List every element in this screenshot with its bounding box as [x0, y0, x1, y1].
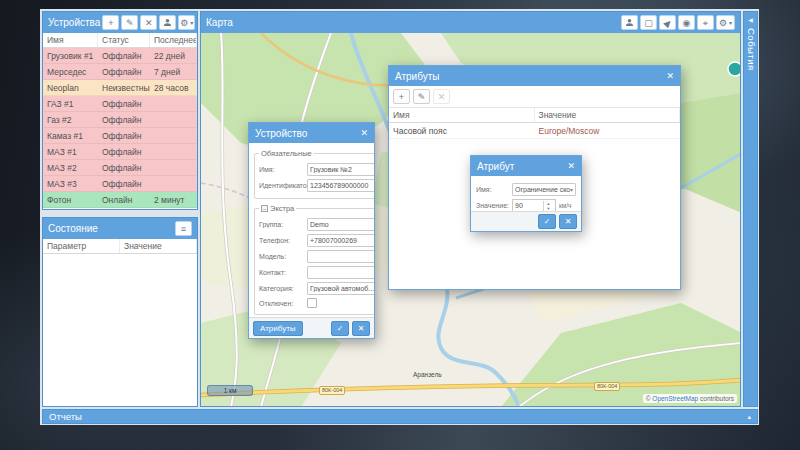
spinner-buttons[interactable]: ▴ ▾: [543, 201, 553, 211]
column-name[interactable]: Имя: [43, 33, 98, 47]
name-field[interactable]: [307, 163, 374, 176]
device-status: Неизвестный: [98, 83, 150, 93]
edit-device-button[interactable]: ✎: [121, 15, 138, 30]
close-icon[interactable]: ✕: [360, 128, 368, 138]
column-last-update[interactable]: Последнее обн...: [150, 33, 197, 47]
cancel-button[interactable]: ✕: [352, 321, 370, 336]
menu-icon: ≡: [181, 223, 186, 235]
map-follow-button[interactable]: ▶: [659, 15, 676, 30]
column-name[interactable]: Имя: [389, 108, 535, 122]
cluster-marker[interactable]: [728, 62, 740, 76]
add-device-button[interactable]: +: [102, 15, 119, 30]
attributes-button[interactable]: Атрибуты: [253, 321, 303, 336]
device-name: Газ #2: [43, 115, 98, 125]
field-row: Группа: Demo ▾ ✕: [259, 218, 374, 231]
attribute-dialog-body: Имя: Ограничение скор... ▾ Значение: ▴ ▾…: [471, 176, 581, 211]
device-name: Мерседес: [43, 67, 98, 77]
add-attribute-button[interactable]: +: [393, 89, 410, 104]
device-name: Фотон: [43, 195, 98, 205]
geofences-button[interactable]: [159, 15, 176, 30]
map-settings-button[interactable]: ⚙ ▾: [716, 15, 735, 30]
table-row[interactable]: Газ #2 Оффлайн: [43, 112, 197, 128]
close-icon[interactable]: ✕: [666, 71, 674, 81]
device-name: Грузовик #1: [43, 51, 98, 61]
close-icon: ✕: [438, 91, 446, 103]
devices-panel-header: Устройства + ✎ ✕ ⚙ ▾: [43, 12, 197, 33]
save-button[interactable]: ✓: [538, 214, 556, 229]
edit-attribute-button[interactable]: ✎: [413, 89, 430, 104]
device-settings-button[interactable]: ⚙ ▾: [178, 15, 195, 30]
pencil-icon: ✎: [418, 91, 426, 103]
state-panel-header: Состояние ≡: [43, 218, 197, 239]
pencil-icon: ✎: [126, 17, 134, 29]
road-ref-badge: 80К-004: [319, 386, 345, 395]
state-panel-title: Состояние: [48, 223, 98, 234]
table-row[interactable]: МАЗ #1 Оффлайн: [43, 144, 197, 160]
device-status: Оффлайн: [98, 115, 150, 125]
contact-field[interactable]: [307, 266, 374, 279]
state-menu-button[interactable]: ≡: [175, 221, 192, 236]
table-row[interactable]: Мерседес Оффлайн 7 дней: [43, 64, 197, 80]
map-attribution: © OpenStreetMap contributors: [643, 394, 737, 403]
attr-value-input[interactable]: [513, 200, 543, 211]
table-row[interactable]: МАЗ #2 Оффлайн: [43, 160, 197, 176]
attributes-toolbar: + ✎ ✕: [389, 86, 680, 108]
category-combobox[interactable]: Грузовой автомоб... ▾: [307, 282, 374, 295]
column-status[interactable]: Статус: [98, 33, 150, 47]
group-combobox[interactable]: Demo ▾: [307, 218, 374, 231]
collapse-icon[interactable]: –: [261, 205, 268, 212]
device-dialog-header[interactable]: Устройство ✕: [249, 123, 374, 143]
required-legend: Обязательные: [261, 149, 312, 158]
remove-attribute-button[interactable]: ✕: [433, 89, 450, 104]
save-button[interactable]: ✓: [331, 321, 349, 336]
attr-name-label: Имя:: [476, 186, 512, 193]
device-last-update: 2 минут: [150, 195, 197, 205]
disabled-checkbox[interactable]: [307, 298, 317, 308]
cancel-button[interactable]: ✕: [559, 214, 577, 229]
attribute-name: Часовой пояс: [389, 126, 535, 136]
device-name: Камаз #1: [43, 131, 98, 141]
device-name: МАЗ #2: [43, 163, 98, 173]
map-locate-button[interactable]: ⌖: [697, 15, 714, 30]
table-row[interactable]: Фотон Онлайн 2 минут: [43, 192, 197, 208]
minus-glyph: –: [263, 206, 266, 212]
attr-value-stepper[interactable]: ▴ ▾: [512, 199, 556, 211]
column-value[interactable]: Значение: [120, 239, 197, 253]
table-row[interactable]: МАЗ #3 Оффлайн: [43, 176, 197, 192]
chevron-down-icon[interactable]: ▾: [570, 186, 573, 193]
field-row: Категория: Грузовой автомоб... ▾: [259, 282, 374, 295]
expand-up-icon[interactable]: ▴: [747, 413, 751, 421]
events-panel-tab[interactable]: ◀ События: [743, 11, 758, 407]
field-row: Значение: ▴ ▾ км/ч: [476, 199, 576, 211]
map-marker-button[interactable]: [621, 15, 638, 30]
expand-left-icon[interactable]: ◀: [744, 16, 757, 23]
map-geofence-button[interactable]: ▢: [640, 15, 657, 30]
spin-down-icon[interactable]: ▾: [544, 206, 553, 211]
column-parameter[interactable]: Параметр: [43, 239, 120, 253]
attribute-dialog-header[interactable]: Атрибут ✕: [471, 156, 581, 176]
table-row[interactable]: Часовой пояс Europe/Moscow: [389, 123, 680, 139]
remove-device-button[interactable]: ✕: [140, 15, 157, 30]
attr-value-label: Значение:: [476, 202, 512, 209]
close-icon[interactable]: ✕: [567, 161, 575, 171]
map-scale-bar: 1 км: [207, 385, 253, 396]
attributes-dialog-header[interactable]: Атрибуты ✕: [389, 66, 680, 86]
column-value[interactable]: Значение: [535, 108, 681, 122]
osm-link[interactable]: OpenStreetMap: [652, 395, 698, 402]
reports-panel-bar[interactable]: Отчеты ▴: [42, 409, 758, 424]
category-field-label: Категория:: [259, 285, 307, 292]
table-row[interactable]: ГАЗ #1 Оффлайн: [43, 96, 197, 112]
phone-field[interactable]: [307, 234, 374, 247]
model-field[interactable]: [307, 250, 374, 263]
table-row[interactable]: Neoplan Неизвестный 28 часов: [43, 80, 197, 96]
eye-icon: ◉: [682, 17, 690, 29]
identifier-field[interactable]: [307, 179, 374, 192]
device-dialog-title: Устройство: [255, 128, 307, 139]
table-row[interactable]: Камаз #1 Оффлайн: [43, 128, 197, 144]
map-visibility-button[interactable]: ◉: [678, 15, 695, 30]
attr-name-combobox[interactable]: Ограничение скор... ▾: [512, 183, 576, 196]
attribution-suffix: contributors: [700, 395, 734, 402]
table-row[interactable]: Грузовик #1 Оффлайн 22 дней: [43, 48, 197, 64]
state-panel: Состояние ≡ Параметр Значение: [42, 217, 198, 407]
device-last-update: 28 часов: [150, 83, 197, 93]
